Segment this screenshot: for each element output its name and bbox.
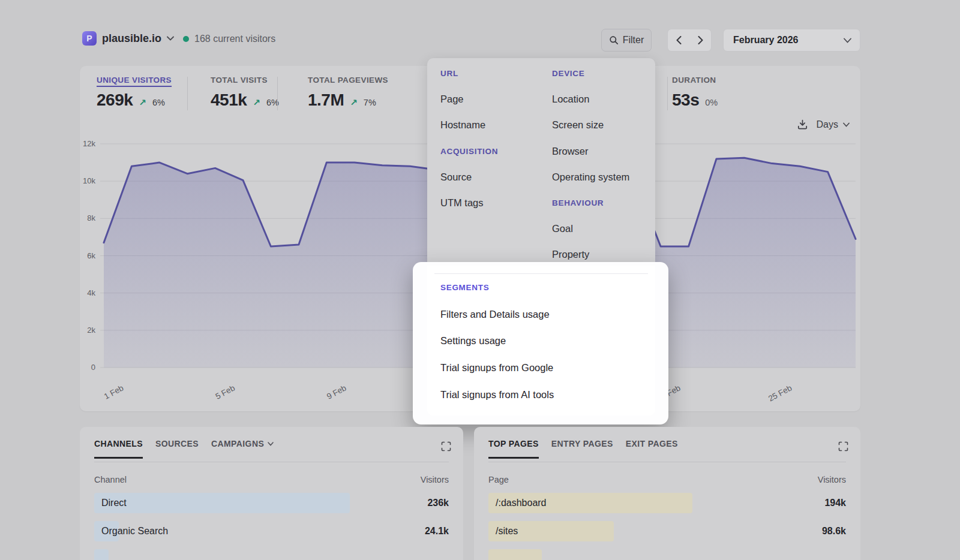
filter-menu-item-source[interactable]: Source — [440, 164, 539, 190]
interval-label: Days — [817, 119, 838, 130]
stat-unique-visitors[interactable]: UNIQUE VISITORS269k↗6% — [97, 76, 172, 110]
site-switcher[interactable]: P plausible.io — [82, 31, 174, 46]
panel-rows: Direct236kOrganic Search24.1k — [94, 493, 449, 560]
chevron-down-icon — [843, 122, 850, 127]
filter-menu-item-goal[interactable]: Goal — [552, 216, 651, 242]
filter-menu-item-browser[interactable]: Browser — [552, 139, 651, 164]
row-value: 236k — [427, 498, 449, 508]
search-icon — [609, 35, 619, 45]
live-dot-icon — [183, 36, 189, 42]
table-row[interactable]: /sites98.6k — [488, 521, 846, 541]
stat-divider — [277, 77, 278, 110]
current-visitors-text: 168 current visitors — [194, 34, 275, 44]
row-value: 98.6k — [822, 526, 846, 537]
expand-icon — [838, 441, 848, 451]
trend-up-arrow-icon: ↗ — [139, 97, 146, 108]
table-row[interactable]: Direct236k — [94, 493, 449, 513]
stat-total-pageviews[interactable]: TOTAL PAGEVIEWS1.7M↗7% — [308, 76, 388, 110]
table-row[interactable]: Organic Search24.1k — [94, 521, 449, 541]
filter-menu-item-utm-tags[interactable]: UTM tags — [440, 190, 539, 216]
next-period-button[interactable] — [689, 29, 711, 51]
prev-period-button[interactable] — [668, 29, 689, 51]
stat-label: UNIQUE VISITORS — [97, 76, 172, 85]
chevron-down-icon — [167, 36, 174, 41]
filter-menu-column-1: URLPageHostnameACQUISITIONSourceUTM tags — [440, 61, 539, 216]
svg-text:9 Feb: 9 Feb — [325, 383, 348, 401]
filter-menu-column-2: DEVICELocationScreen sizeBrowserOperatin… — [552, 61, 651, 266]
segment-item-filters-and-details-usage[interactable]: Filters and Details usage — [440, 301, 655, 328]
panel-tabs: TOP PAGESENTRY PAGESEXIT PAGES — [488, 439, 828, 448]
column-header-channel: Channel — [94, 475, 127, 484]
expand-panel-button[interactable] — [838, 441, 848, 454]
stat-divider — [187, 77, 188, 110]
tab-sources[interactable]: SOURCES — [155, 439, 199, 448]
row-value: 24.1k — [425, 526, 449, 537]
filter-menu-item-operating-system[interactable]: Operating system — [552, 164, 651, 190]
chart-controls: Days — [797, 119, 850, 130]
tabs-divider — [94, 462, 449, 462]
filter-dropdown: URLPageHostnameACQUISITIONSourceUTM tags… — [427, 58, 655, 266]
row-label: /:dashboard — [496, 498, 547, 508]
trend-up-arrow-icon: ↗ — [350, 97, 358, 108]
filter-menu-item-screen-size[interactable]: Screen size — [552, 112, 651, 138]
pages-panel: TOP PAGESENTRY PAGESEXIT PAGESPageVisito… — [474, 427, 860, 560]
chevron-down-icon — [844, 38, 851, 43]
panel-tabs: CHANNELSSOURCESCAMPAIGNS — [94, 439, 431, 448]
tab-entry-pages[interactable]: ENTRY PAGES — [551, 439, 613, 448]
svg-text:6k: 6k — [87, 251, 95, 260]
interval-selector[interactable]: Days — [817, 119, 850, 130]
filter-dropdown-segments-section: SEGMENTS Filters and Details usageSettin… — [427, 266, 655, 416]
row-label: Organic Search — [101, 526, 168, 537]
stat-change: 0% — [705, 98, 718, 107]
date-range-selector[interactable]: February 2026 — [723, 29, 860, 52]
column-headers: ChannelVisitors — [94, 475, 449, 484]
table-row[interactable]: /:dashboard194k — [488, 493, 846, 513]
stat-value-row: 53s0% — [672, 91, 718, 110]
chevron-left-icon — [676, 36, 682, 44]
stat-duration[interactable]: DURATION53s0% — [672, 76, 718, 110]
stat-total-visits[interactable]: TOTAL VISITS451k↗6% — [211, 76, 279, 110]
stat-divider — [667, 77, 668, 110]
stat-value: 1.7M — [308, 91, 344, 110]
tab-top-pages[interactable]: TOP PAGES — [488, 439, 539, 448]
tab-campaigns[interactable]: CAMPAIGNS — [211, 439, 274, 448]
stat-label: TOTAL PAGEVIEWS — [308, 76, 388, 85]
segment-item-trial-signups-from-google[interactable]: Trial signups from Google — [440, 354, 655, 381]
expand-panel-button[interactable] — [441, 441, 451, 454]
segment-item-settings-usage[interactable]: Settings usage — [440, 328, 655, 355]
tab-channels[interactable]: CHANNELS — [94, 439, 143, 448]
svg-text:0: 0 — [91, 363, 95, 372]
current-visitors-link[interactable]: 168 current visitors — [183, 34, 275, 44]
stat-value-row: 1.7M↗7% — [308, 91, 388, 110]
column-header-visitors: Visitors — [421, 475, 449, 484]
svg-text:1 Feb: 1 Feb — [103, 383, 125, 401]
row-label: /sites — [496, 526, 518, 537]
filter-menu-item-hostname[interactable]: Hostname — [440, 112, 539, 138]
stat-change: 7% — [364, 98, 376, 107]
chevron-right-icon — [698, 36, 703, 44]
tab-exit-pages[interactable]: EXIT PAGES — [626, 439, 678, 448]
plausible-logo-icon: P — [82, 31, 97, 46]
row-bar — [94, 549, 109, 560]
expand-icon — [441, 441, 451, 451]
table-row — [488, 549, 846, 560]
row-value: 194k — [824, 498, 846, 508]
svg-text:8k: 8k — [87, 213, 95, 222]
tabs-divider — [488, 462, 846, 462]
filter-group-header-behaviour: BEHAVIOUR — [552, 190, 651, 216]
trend-up-arrow-icon: ↗ — [253, 97, 260, 108]
svg-text:4k: 4k — [87, 288, 95, 297]
row-bar — [94, 493, 350, 513]
filter-menu-item-page[interactable]: Page — [440, 86, 539, 112]
filter-menu-item-location[interactable]: Location — [552, 86, 651, 112]
stat-value-row: 451k↗6% — [211, 91, 279, 110]
stat-label: DURATION — [672, 76, 718, 85]
filter-group-header-acquisition: ACQUISITION — [440, 139, 539, 164]
filter-button-label: Filter — [623, 35, 644, 46]
column-headers: PageVisitors — [488, 475, 846, 484]
stat-value-row: 269k↗6% — [97, 91, 172, 110]
stat-value: 53s — [672, 91, 699, 110]
segment-item-trial-signups-from-ai-tools[interactable]: Trial signups from AI tools — [440, 381, 655, 408]
filter-button[interactable]: Filter — [601, 29, 652, 52]
download-icon[interactable] — [797, 119, 808, 130]
